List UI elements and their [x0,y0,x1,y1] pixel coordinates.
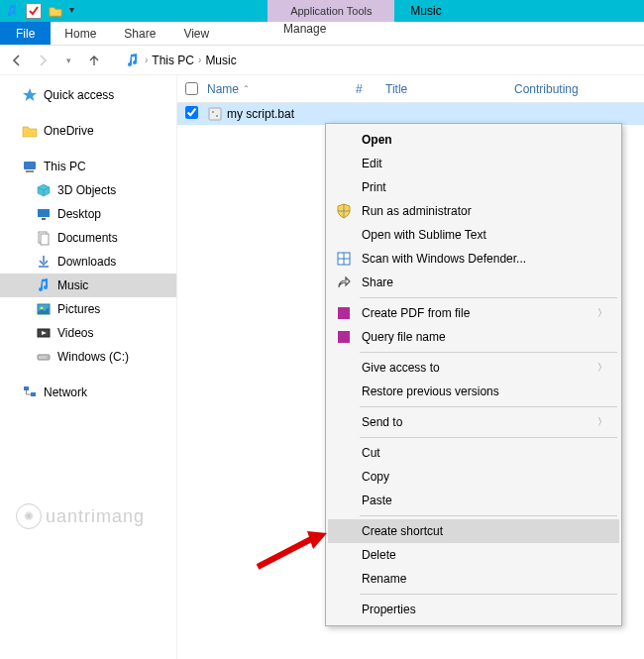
menu-copy[interactable]: Copy [328,465,619,489]
nav-label: OneDrive [44,124,94,138]
nav-label: Documents [57,231,118,245]
menu-edit[interactable]: Edit [328,152,619,175]
file-checkbox[interactable] [185,106,198,119]
nav-history-dropdown[interactable]: ▾ [59,52,77,69]
batch-file-icon [207,106,223,122]
chevron-right-icon[interactable]: › [198,55,201,65]
nav-forward-button[interactable] [34,52,52,69]
videos-icon [36,325,52,341]
nav-thispc[interactable]: This PC [0,155,176,178]
titlebar: ▾ Application Tools Music [0,0,644,22]
drive-icon [36,349,52,365]
svg-rect-18 [338,331,350,343]
nav-network[interactable]: Network [0,381,176,404]
nav-back-button[interactable] [8,52,26,69]
menu-open-with-sublime[interactable]: Open with Sublime Text [328,223,619,247]
menu-create-pdf[interactable]: Create PDF from file 〉 [328,301,619,325]
menu-query-filename[interactable]: Query file name [328,325,619,349]
chevron-right-icon[interactable]: › [145,55,148,65]
menu-run-as-admin[interactable]: Run as administrator [328,199,619,223]
svg-rect-0 [24,162,36,169]
menu-give-access[interactable]: Give access to 〉 [328,356,619,380]
nav-label: Music [57,278,88,292]
downloads-icon [36,254,52,270]
column-label: Name [207,82,239,96]
watermark: ✺ uantrimang [16,503,145,529]
menu-print[interactable]: Print [328,175,619,199]
column-number[interactable]: # [356,82,385,96]
menu-separator [360,515,617,516]
qat-dropdown-icon[interactable]: ▾ [69,4,83,18]
menu-separator [360,406,617,407]
folder-qat-icon[interactable] [48,3,63,19]
ribbon-tabs: File Home Share View Manage [0,22,644,46]
contextual-tab-group: Application Tools [268,0,394,22]
documents-icon [36,230,52,246]
menu-separator [360,437,617,438]
nav-quick-access[interactable]: Quick access [0,83,176,107]
menu-send-to[interactable]: Send to 〉 [328,410,619,434]
nav-label: Quick access [44,88,114,102]
svg-rect-5 [41,234,49,245]
menu-paste[interactable]: Paste [328,489,619,512]
share-icon [336,275,352,290]
svg-rect-3 [42,218,46,220]
pdf-icon [336,305,352,321]
svg-rect-1 [26,170,34,172]
quick-access-toolbar: ▾ [0,0,87,22]
file-row[interactable]: my script.bat [177,103,644,125]
properties-qat-icon[interactable] [26,3,42,19]
star-icon [22,87,38,103]
nav-videos[interactable]: Videos [0,321,176,345]
menu-delete[interactable]: Delete [328,543,619,567]
music-icon [125,53,141,68]
menu-rename[interactable]: Rename [328,567,619,591]
column-headers: Name ⌃ # Title Contributing [177,75,644,103]
select-all-checkbox[interactable] [185,82,198,95]
chevron-right-icon: 〉 [597,415,607,429]
breadcrumb-music[interactable]: Music [205,54,236,67]
chevron-right-icon: 〉 [597,306,607,320]
column-contributing[interactable]: Contributing [514,82,579,96]
pictures-icon [36,301,52,317]
menu-open[interactable]: Open [328,128,619,152]
nav-downloads[interactable]: Downloads [0,250,176,274]
svg-rect-17 [338,307,350,319]
nav-onedrive[interactable]: OneDrive [0,119,176,143]
chevron-right-icon: 〉 [597,361,607,375]
tab-file[interactable]: File [0,22,51,45]
pdf-icon [336,329,352,345]
nav-up-button[interactable] [85,52,103,69]
network-icon [22,384,38,400]
column-name[interactable]: Name ⌃ [207,82,356,96]
breadcrumb-thispc[interactable]: This PC [152,54,194,67]
nav-3dobjects[interactable]: 3D Objects [0,178,176,202]
menu-share[interactable]: Share [328,271,619,294]
context-menu: Open Edit Print Run as administrator Ope… [325,123,622,626]
menu-create-shortcut[interactable]: Create shortcut [328,519,619,543]
address-bar: ▾ › This PC › Music [0,46,644,75]
tab-home[interactable]: Home [51,22,110,45]
menu-properties[interactable]: Properties [328,598,619,621]
tab-manage[interactable]: Manage [269,22,340,36]
nav-music[interactable]: Music [0,274,176,297]
computer-icon [22,159,38,174]
window-title: Music [394,0,463,22]
nav-label: Windows (C:) [57,350,129,364]
menu-scan-defender[interactable]: Scan with Windows Defender... [328,247,619,271]
svg-rect-2 [38,209,50,217]
column-title[interactable]: Title [385,82,514,96]
nav-desktop[interactable]: Desktop [0,202,176,226]
menu-restore-versions[interactable]: Restore previous versions [328,380,619,403]
menu-cut[interactable]: Cut [328,441,619,465]
nav-label: This PC [44,160,86,173]
tab-view[interactable]: View [169,22,223,45]
watermark-text: uantrimang [46,506,145,527]
navigation-pane: Quick access OneDrive This PC 3D Objects… [0,75,176,659]
nav-pictures[interactable]: Pictures [0,297,176,321]
nav-documents[interactable]: Documents [0,226,176,250]
menu-separator [360,352,617,353]
breadcrumb[interactable]: › This PC › Music [125,53,237,68]
nav-drive-c[interactable]: Windows (C:) [0,345,176,369]
tab-share[interactable]: Share [110,22,169,45]
